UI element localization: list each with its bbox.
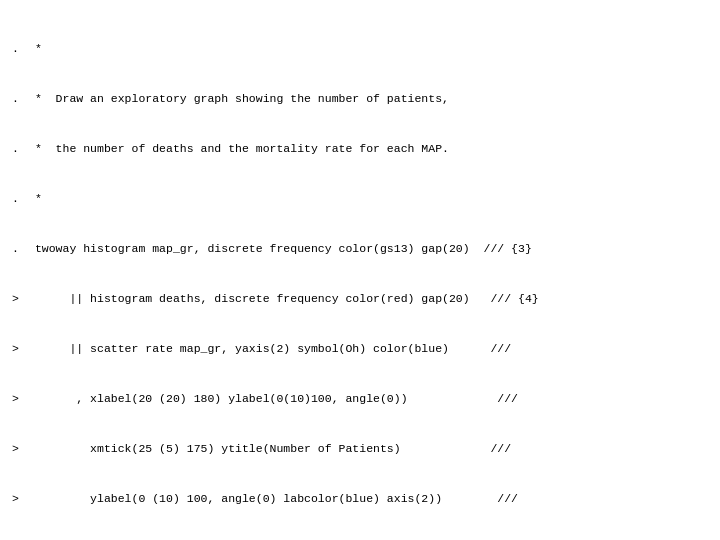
- line-prefix: .: [12, 91, 28, 108]
- line-prefix: >: [12, 291, 28, 308]
- line-prefix: >: [12, 341, 28, 358]
- code-content: ylabel(0 (10) 100, angle(0) labcolor(blu…: [28, 491, 518, 508]
- code-line-10: > ylabel(0 (10) 100, angle(0) labcolor(b…: [12, 491, 708, 508]
- code-line-3: . * the number of deaths and the mortali…: [12, 141, 708, 158]
- code-content: || scatter rate map_gr, yaxis(2) symbol(…: [28, 341, 511, 358]
- code-content: || histogram deaths, discrete frequency …: [28, 291, 539, 308]
- code-content: * Draw an exploratory graph showing the …: [28, 91, 449, 108]
- line-prefix: >: [12, 491, 28, 508]
- code-line-6: > || histogram deaths, discrete frequenc…: [12, 291, 708, 308]
- code-content: * the number of deaths and the mortality…: [28, 141, 449, 158]
- code-content: *: [28, 191, 42, 208]
- code-content: twoway histogram map_gr, discrete freque…: [28, 241, 532, 258]
- code-line-8: > , xlabel(20 (20) 180) ylabel(0(10)100,…: [12, 391, 708, 408]
- code-content: , xlabel(20 (20) 180) ylabel(0(10)100, a…: [28, 391, 518, 408]
- line-prefix: >: [12, 441, 28, 458]
- code-block: . * . * Draw an exploratory graph showin…: [12, 8, 708, 540]
- code-line-7: > || scatter rate map_gr, yaxis(2) symbo…: [12, 341, 708, 358]
- code-content: xmtick(25 (5) 175) ytitle(Number of Pati…: [28, 441, 511, 458]
- line-prefix: .: [12, 241, 28, 258]
- line-prefix: >: [12, 391, 28, 408]
- code-line-4: . *: [12, 191, 708, 208]
- code-line-1: . *: [12, 41, 708, 58]
- line-prefix: .: [12, 41, 28, 58]
- code-line-9: > xmtick(25 (5) 175) ytitle(Number of Pa…: [12, 441, 708, 458]
- line-prefix: .: [12, 191, 28, 208]
- code-content: *: [28, 41, 42, 58]
- line-prefix: .: [12, 141, 28, 158]
- code-line-5: . twoway histogram map_gr, discrete freq…: [12, 241, 708, 258]
- code-line-2: . * Draw an exploratory graph showing th…: [12, 91, 708, 108]
